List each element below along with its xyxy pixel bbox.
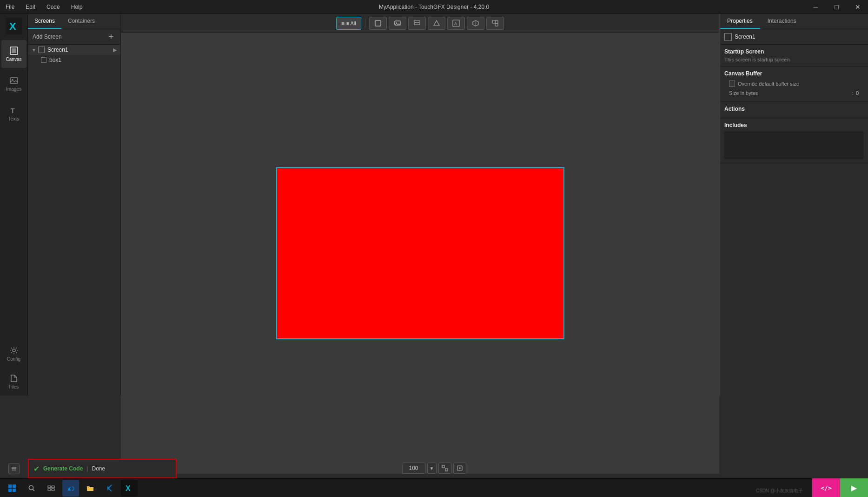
list-view-button[interactable]	[8, 463, 20, 474]
toolbar-all-btn[interactable]: ≡ ≡ All	[336, 17, 361, 30]
app-title: MyApplication - TouchGFX Designer - 4.20…	[379, 4, 489, 10]
svg-rect-10	[414, 20, 420, 22]
screen-item-screen1[interactable]: ▼ Screen1 ▶	[28, 45, 120, 55]
canvas-buffer-override-row: Override default buffer size	[724, 79, 863, 88]
prop-screen-name: Screen1	[735, 34, 755, 40]
includes-section: Includes	[720, 118, 868, 163]
generate-code-button[interactable]: Generate Code	[43, 465, 83, 472]
sidebar-item-config[interactable]: Config	[1, 340, 27, 368]
svg-rect-3	[10, 78, 18, 83]
toolbar-groups-btn[interactable]	[486, 17, 504, 30]
prop-screen-selector: Screen1	[720, 29, 868, 45]
svg-point-31	[29, 485, 33, 490]
svg-rect-11	[414, 23, 420, 25]
sidebar-item-canvas-label: Canvas	[6, 57, 22, 62]
menu-edit[interactable]: Edit	[20, 1, 41, 13]
taskbar-edge-btn[interactable]	[62, 480, 79, 497]
actions-title: Actions	[724, 106, 863, 112]
svg-rect-33	[48, 486, 51, 488]
taskbar-task-view[interactable]	[43, 480, 60, 497]
add-screen-row: Add Screen +	[28, 29, 120, 45]
toolbar-3d-btn[interactable]	[467, 17, 484, 30]
sidebar-item-texts[interactable]: T Texts	[1, 100, 27, 128]
taskbar-file-explorer[interactable]	[82, 480, 99, 497]
sidebar-item-files-label: Files	[9, 384, 19, 390]
app-logo: X	[6, 18, 22, 34]
titlebar: File Edit Code Help MyApplication - Touc…	[0, 0, 868, 14]
maximize-button[interactable]: □	[826, 0, 847, 14]
canvas-area	[121, 33, 719, 474]
tab-containers[interactable]: Containers	[61, 14, 101, 29]
codegen-run-button[interactable]: ▶	[840, 478, 868, 497]
taskbar-touchgfx[interactable]: X	[121, 480, 138, 497]
windows-start-btn[interactable]	[4, 480, 20, 497]
svg-rect-18	[495, 20, 498, 23]
taskbar-search[interactable]	[23, 480, 40, 497]
canvas-screen	[276, 167, 564, 339]
menu-file[interactable]: File	[0, 1, 20, 13]
svg-rect-16	[492, 20, 495, 23]
fit-screen-button[interactable]	[438, 463, 451, 474]
tab-properties[interactable]: Properties	[720, 14, 760, 29]
menu-help[interactable]: Help	[66, 1, 88, 13]
child-item-box1[interactable]: box1	[28, 55, 120, 65]
sidebar-item-files[interactable]: Files	[1, 368, 27, 396]
reset-zoom-button[interactable]	[453, 463, 466, 474]
svg-point-9	[396, 22, 397, 23]
status-separator: |	[86, 465, 88, 472]
sidebar-item-texts-label: Texts	[8, 116, 19, 121]
tab-interactions[interactable]: Interactions	[760, 14, 804, 29]
add-screen-label: Add Screen	[33, 34, 62, 40]
widget-icon	[41, 57, 46, 63]
svg-rect-7	[375, 20, 381, 26]
prop-screen-icon	[724, 33, 732, 40]
zoom-input[interactable]: 100	[402, 463, 425, 474]
toolbar-widgets-btn[interactable]	[369, 17, 387, 30]
codegen-code-button[interactable]: </>	[812, 478, 840, 497]
done-button[interactable]: Done	[92, 465, 105, 472]
toolbar-images-btn[interactable]	[389, 17, 406, 30]
svg-rect-35	[48, 489, 51, 490]
svg-rect-36	[52, 489, 54, 490]
codegen-buttons: </> ▶	[812, 478, 868, 497]
toolbar-shapes-btn[interactable]	[428, 17, 445, 30]
startup-screen-section: Startup Screen This screen is startup sc…	[720, 45, 868, 67]
canvas-buffer-size-row: Size in bytes : 0	[724, 88, 863, 98]
sidebar-item-canvas[interactable]: Canvas	[1, 40, 27, 68]
svg-rect-2	[12, 48, 16, 53]
minimize-button[interactable]: ─	[805, 0, 826, 14]
code-icon: </>	[821, 484, 831, 491]
sidebar-nav-bottom: Config Files	[1, 340, 27, 396]
toolbar-layers-btn[interactable]	[408, 17, 426, 30]
override-checkbox[interactable]	[729, 81, 735, 87]
override-label: Override default buffer size	[738, 81, 859, 87]
toolbar: ≡ ≡ All A	[121, 14, 719, 33]
add-screen-button[interactable]: +	[106, 32, 116, 41]
size-value: :	[852, 90, 853, 96]
svg-text:X: X	[126, 484, 131, 492]
properties-panel: Properties Interactions Screen1 Startup …	[719, 14, 868, 396]
svg-rect-34	[52, 486, 54, 488]
menu-code[interactable]: Code	[41, 1, 66, 13]
close-button[interactable]: ✕	[847, 0, 868, 14]
includes-title: Includes	[724, 122, 863, 128]
svg-rect-17	[495, 23, 498, 26]
properties-tabs: Properties Interactions	[720, 14, 868, 29]
svg-rect-29	[8, 489, 12, 492]
svg-point-6	[13, 349, 15, 352]
play-icon[interactable]: ▶	[113, 47, 117, 53]
taskbar-vscode[interactable]	[101, 480, 118, 497]
screen-icon	[38, 47, 45, 53]
screens-panel: Screens Containers Add Screen + ▼ Screen…	[28, 14, 121, 396]
tab-screens[interactable]: Screens	[28, 14, 61, 29]
window-controls: ─ □ ✕	[805, 0, 868, 14]
startup-screen-title: Startup Screen	[724, 48, 863, 55]
actions-section: Actions	[720, 102, 868, 118]
sidebar-nav: X Canvas Images T Texts Config Files	[0, 14, 28, 396]
panel-resize-handle[interactable]	[719, 14, 720, 396]
zoom-controls: 100 ▼	[402, 463, 466, 474]
zoom-dropdown[interactable]: ▼	[427, 463, 437, 474]
svg-rect-19	[442, 465, 444, 468]
toolbar-text-btn[interactable]: A	[447, 17, 465, 30]
sidebar-item-images[interactable]: Images	[1, 70, 27, 98]
